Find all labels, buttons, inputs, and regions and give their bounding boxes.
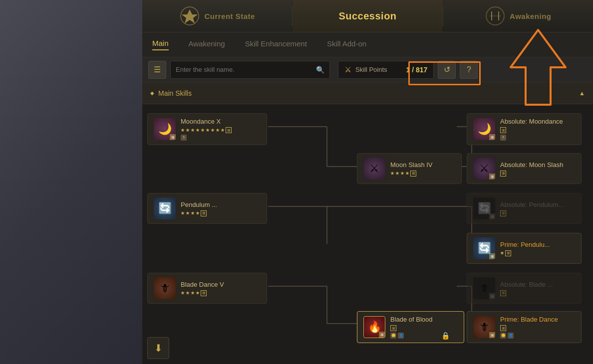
background-panel [0, 0, 142, 364]
bob-lock-icon: 🔒 [441, 332, 450, 340]
section-header: ◆ Main Skills ▲ [142, 82, 593, 104]
skill-absolute-moon-slash[interactable]: ⚔ ⊞ Absolute: Moon Slash ⊞ [467, 153, 582, 184]
prime-blade-stars: ⊞ [500, 325, 575, 331]
star-5 [201, 128, 205, 132]
skill-absolute-pendulum[interactable]: 🔄 ⊞ Absolute: Pendulum... ⊞ [467, 193, 582, 224]
skills-canvas: 🌙 ⊞ Moondance X ⊞ [142, 104, 593, 354]
pendulum-info: Pendulum ... ⊞ [181, 201, 261, 216]
refresh-icon: ↺ [444, 65, 450, 74]
abs-moondance-name: Absolute: Moondance [500, 118, 575, 125]
bob-status-2: 👤 [398, 333, 404, 339]
search-icon[interactable]: 🔍 [316, 66, 324, 74]
moondance-run-icon: 🏃 [181, 135, 187, 141]
tab-main[interactable]: Main [152, 39, 169, 50]
star-1 [181, 128, 185, 132]
prime-blade-expand: ⊞ [489, 332, 495, 338]
abs-blade-expand-icon: ⊞ [500, 290, 506, 296]
skill-moon-slash-iv[interactable]: ⚔ Moon Slash IV ⊞ [357, 153, 462, 184]
blade-dance-expand-icon: ⊞ [201, 290, 207, 296]
moondance-x-info: Moondance X ⊞ 🏃 [181, 118, 261, 141]
filter-icon: ☰ [154, 65, 161, 74]
abs-ms-expand: ⊞ [489, 174, 495, 180]
star-2 [186, 128, 190, 132]
skill-pendulum[interactable]: 🔄 Pendulum ... ⊞ [147, 193, 267, 224]
blade-dance-stars: ⊞ [181, 290, 261, 296]
skills-area[interactable]: ◆ Main Skills ▲ [142, 82, 593, 364]
refresh-button[interactable]: ↺ [438, 61, 456, 79]
awakening-emblem [485, 5, 506, 26]
abs-moondance-stars: ⊞ [500, 127, 575, 133]
abs-pend-expand: ⊞ [489, 213, 495, 219]
abs-moondance-expand: ⊞ [489, 134, 495, 140]
section-collapse-button[interactable]: ▲ [579, 90, 585, 97]
nav-current-state[interactable]: Current State [142, 0, 292, 32]
pend-star-2 [186, 211, 190, 215]
abs-moondance-icon: 🌙 ⊞ [473, 118, 495, 140]
prime-pend-expand: ⊞ [489, 253, 495, 259]
skill-absolute-blade[interactable]: 🗡 ⊞ Absolute: Blade ... ⊞ [467, 273, 582, 304]
prime-pend-expand-icon: ⊞ [505, 250, 511, 256]
skill-moondance-x[interactable]: 🌙 ⊞ Moondance X ⊞ [147, 113, 267, 145]
star-9 [221, 128, 225, 132]
skill-points-value: 1 / 817 [406, 66, 428, 74]
tab-skill-enhancement[interactable]: Skill Enhancement [245, 39, 307, 50]
tab-awakening[interactable]: Awakening [189, 39, 225, 50]
help-icon: ? [467, 65, 471, 74]
star-3 [191, 128, 195, 132]
star-4 [196, 128, 200, 132]
skill-absolute-moondance[interactable]: 🌙 ⊞ Absolute: Moondance ⊞ 🏃 [467, 113, 582, 145]
abs-moondance-info: Absolute: Moondance ⊞ 🏃 [500, 118, 575, 141]
blade-dance-info: Blade Dance V ⊞ [181, 281, 261, 296]
download-icon: ⬇ [154, 342, 163, 354]
abs-pendulum-icon: 🔄 ⊞ [473, 197, 495, 219]
abs-pend-stars: ⊞ [500, 210, 575, 216]
abs-pend-expand-icon: ⊞ [500, 210, 506, 216]
prime-blade-icon: 🗡 ⊞ [473, 316, 495, 338]
bd-star-2 [186, 291, 190, 295]
abs-pendulum-name: Absolute: Pendulum... [500, 201, 575, 208]
skill-blade-of-blood[interactable]: 🔥 ⊞ Blade of Blood ⊞ 😊 👤 🔒 [357, 311, 464, 343]
blade-dance-icon: 🗡 [154, 277, 176, 299]
current-state-emblem [179, 5, 200, 26]
nav-succession[interactable]: Succession [293, 0, 442, 32]
top-nav: Current State Succession Awakening [142, 0, 593, 32]
skill-points-area: ⚔ Skill Points 1 / 817 [338, 61, 434, 79]
bob-status-1: 😊 [390, 333, 396, 339]
download-button[interactable]: ⬇ [147, 337, 169, 359]
blade-of-blood-name: Blade of Blood [390, 316, 458, 323]
prime-blade-name: Prime: Blade Dance [500, 316, 575, 323]
moon-slash-name: Moon Slash IV [390, 161, 455, 169]
skill-blade-dance-v[interactable]: 🗡 Blade Dance V ⊞ [147, 273, 267, 304]
moondance-x-bottom: 🏃 [181, 135, 261, 141]
prime-pendulum-name: Prime: Pendulu... [500, 241, 575, 248]
pbd-status-2: 👤 [508, 333, 514, 339]
search-input[interactable] [176, 66, 312, 73]
abs-ms-expand-icon: ⊞ [500, 171, 506, 177]
abs-blade-expand: ⊞ [489, 293, 495, 299]
pendulum-stars: ⊞ [181, 210, 261, 216]
diamond-icon: ◆ [150, 90, 154, 96]
abs-moondance-bottom: 🏃 [500, 135, 575, 141]
pend-star-4 [196, 211, 200, 215]
moon-slash-stars: ⊞ [390, 171, 455, 177]
ms-star-4 [405, 172, 409, 176]
abs-moon-slash-name: Absolute: Moon Slash [500, 161, 575, 169]
nav-awakening[interactable]: Awakening [443, 0, 593, 32]
skill-prime-blade-dance[interactable]: 🗡 ⊞ Prime: Blade Dance ⊞ 😊 👤 [467, 311, 582, 343]
skill-prime-pendulum[interactable]: 🔄 ⊞ Prime: Pendulu... ⊞ [467, 233, 582, 264]
skill-points-label: Skill Points [355, 66, 387, 73]
pendulum-name: Pendulum ... [181, 201, 261, 208]
pendulum-icon: 🔄 [154, 197, 176, 219]
star-7 [211, 128, 215, 132]
ms-star-2 [395, 172, 399, 176]
moondance-x-expand: ⊞ [170, 134, 176, 140]
help-button[interactable]: ? [460, 61, 478, 79]
prime-blade-info: Prime: Blade Dance ⊞ 😊 👤 [500, 316, 575, 339]
prime-pendulum-info: Prime: Pendulu... ⊞ [500, 241, 575, 256]
pend-star-1 [181, 211, 185, 215]
prime-blade-expand-icon: ⊞ [500, 325, 506, 331]
star-6 [206, 128, 210, 132]
filter-button[interactable]: ☰ [148, 61, 166, 79]
tab-skill-addon[interactable]: Skill Add-on [327, 39, 366, 50]
abs-blade-info: Absolute: Blade ... ⊞ [500, 281, 575, 296]
